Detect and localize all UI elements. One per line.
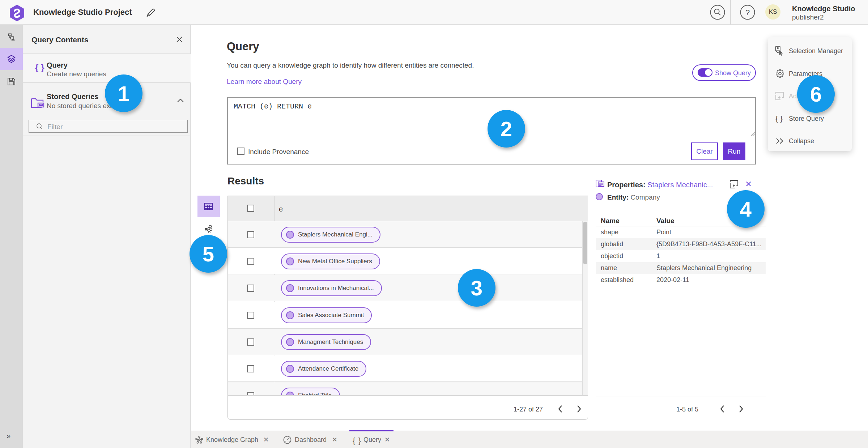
svg-text:?: ? [745, 8, 750, 17]
